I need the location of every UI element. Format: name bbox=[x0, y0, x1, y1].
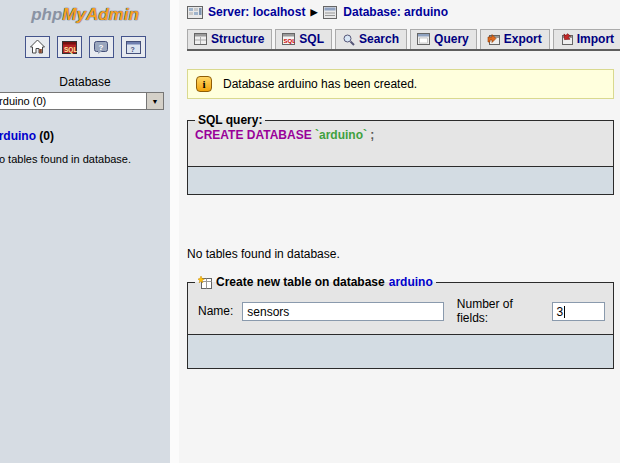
create-table-legend-text: Create new table on database bbox=[216, 275, 385, 289]
number-of-fields-label: Number of fields: bbox=[457, 297, 545, 325]
tab-export[interactable]: Export bbox=[480, 29, 550, 49]
database-select-value: arduino (0) bbox=[0, 95, 146, 107]
sidebar-quick-links: SQL ? ? bbox=[0, 36, 170, 58]
svg-text:SQL: SQL bbox=[284, 38, 296, 44]
tab-query[interactable]: Query bbox=[410, 29, 477, 49]
create-table-form: Create new table on database arduino Nam… bbox=[187, 275, 614, 369]
sql-query-box: SQL query: CREATE DATABASE `arduino` ; bbox=[187, 113, 614, 195]
database-select-label: Database bbox=[0, 75, 170, 89]
tab-sql-label: SQL bbox=[299, 32, 324, 46]
export-icon bbox=[487, 33, 500, 45]
tab-structure[interactable]: Structure bbox=[187, 29, 272, 49]
svg-text:?: ? bbox=[99, 42, 104, 51]
server-icon bbox=[187, 6, 203, 19]
notice-banner: i Database arduino has been created. bbox=[187, 69, 614, 99]
new-table-icon bbox=[198, 276, 212, 289]
docs-window-icon: ? bbox=[126, 41, 141, 54]
sidebar-database-link[interactable]: arduino (0) bbox=[0, 129, 170, 143]
sql-query-text: CREATE DATABASE `arduino` ; bbox=[188, 127, 613, 166]
logo-myadmin-part: MyAdmin bbox=[62, 5, 139, 24]
sql-icon: SQL bbox=[282, 33, 295, 45]
sql-terminator: ; bbox=[370, 128, 374, 142]
number-of-fields-value: 3 bbox=[557, 305, 564, 319]
import-icon bbox=[560, 33, 573, 45]
phpmyadmin-docs-button[interactable]: ? bbox=[89, 36, 114, 58]
sidebar-no-tables-text: No tables found in database. bbox=[0, 153, 170, 165]
question-mark-icon: ? bbox=[94, 41, 108, 54]
tab-import[interactable]: Import bbox=[553, 29, 620, 49]
sql-identifier: `arduino` bbox=[315, 128, 367, 142]
tab-search[interactable]: Search bbox=[335, 29, 407, 49]
tab-export-label: Export bbox=[504, 32, 542, 46]
main-panel: Server: localhost ▶ Database: arduino St… bbox=[179, 0, 620, 463]
sql-query-footer bbox=[188, 166, 613, 194]
tab-bar: Structure SQL SQL Search Query Export Im… bbox=[187, 29, 620, 51]
create-table-footer bbox=[188, 334, 613, 368]
breadcrumb-server-link[interactable]: Server: localhost bbox=[208, 5, 305, 19]
tab-search-label: Search bbox=[359, 32, 399, 46]
tab-sql[interactable]: SQL SQL bbox=[275, 29, 332, 49]
frame-divider bbox=[170, 0, 179, 463]
logo-php-part: php bbox=[31, 5, 62, 24]
sql-window-icon: SQL bbox=[62, 41, 77, 54]
sql-keyword: CREATE DATABASE bbox=[195, 128, 312, 142]
table-name-label: Name: bbox=[198, 304, 233, 318]
create-table-database-link[interactable]: arduino bbox=[389, 275, 433, 289]
text-cursor bbox=[564, 306, 565, 318]
navigation-sidebar: phpMyAdmin SQL ? ? Database arduino (0) … bbox=[0, 0, 170, 463]
tab-query-label: Query bbox=[434, 32, 469, 46]
table-name-input[interactable]: sensors bbox=[242, 302, 443, 321]
breadcrumb-database-link[interactable]: Database: arduino bbox=[343, 5, 448, 19]
no-tables-message: No tables found in database. bbox=[187, 247, 620, 261]
svg-text:?: ? bbox=[130, 46, 134, 53]
search-icon bbox=[342, 33, 355, 46]
database-select[interactable]: arduino (0) ▼ bbox=[0, 92, 164, 110]
home-icon bbox=[30, 40, 45, 54]
svg-text:SQL: SQL bbox=[64, 45, 77, 53]
home-button[interactable] bbox=[25, 36, 50, 58]
mysql-docs-button[interactable]: ? bbox=[121, 36, 146, 58]
sql-query-legend: SQL query: bbox=[195, 113, 265, 127]
create-table-inputs-row: Name: sensors Number of fields: 3 bbox=[188, 289, 613, 334]
tab-structure-label: Structure bbox=[211, 32, 264, 46]
info-icon: i bbox=[196, 76, 212, 92]
notice-text: Database arduino has been created. bbox=[223, 77, 417, 91]
database-icon bbox=[322, 6, 338, 19]
create-table-legend: Create new table on database arduino bbox=[195, 275, 436, 289]
breadcrumb-separator-icon: ▶ bbox=[310, 7, 317, 17]
sidebar-database-count: (0) bbox=[39, 129, 54, 143]
number-of-fields-input[interactable]: 3 bbox=[552, 302, 606, 321]
sidebar-database-name[interactable]: arduino bbox=[0, 129, 36, 143]
query-window-button[interactable]: SQL bbox=[57, 36, 82, 58]
query-icon bbox=[417, 33, 430, 45]
phpmyadmin-logo: phpMyAdmin bbox=[0, 5, 170, 25]
breadcrumb: Server: localhost ▶ Database: arduino bbox=[187, 5, 620, 19]
tab-import-label: Import bbox=[577, 32, 614, 46]
structure-icon bbox=[194, 33, 207, 45]
dropdown-arrow-icon[interactable]: ▼ bbox=[146, 93, 163, 109]
